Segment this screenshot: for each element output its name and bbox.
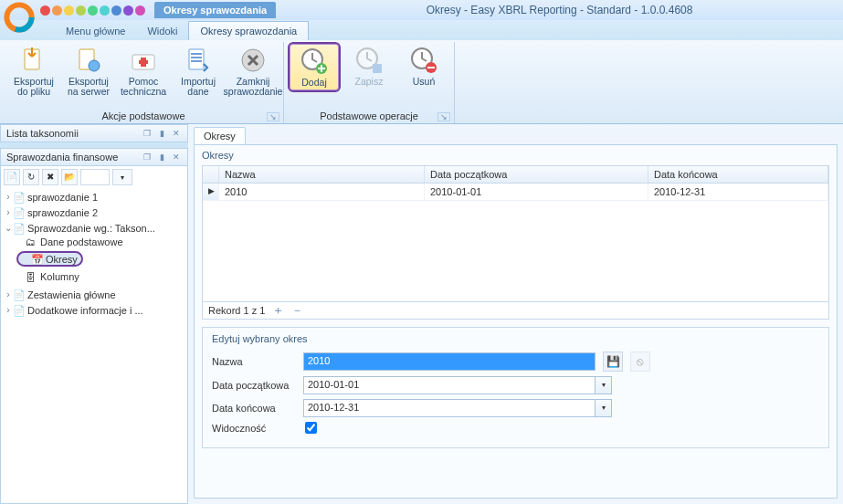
expander-icon[interactable]: › xyxy=(4,207,13,217)
group-ops-launcher[interactable]: ↘ xyxy=(437,112,450,121)
cell-start[interactable]: 2010-01-01 xyxy=(425,184,648,200)
expander-icon[interactable]: › xyxy=(4,305,13,315)
expander-icon[interactable]: › xyxy=(4,289,13,299)
record-status: Rekord 1 z 1 xyxy=(208,305,265,316)
document-tab-periods[interactable]: Okresy xyxy=(194,127,246,144)
reports-tree[interactable]: ›📄sprawozdanie 1 ›📄sprawozdanie 2 ⌄📄Spra… xyxy=(4,189,184,318)
date-dropdown-icon[interactable]: ▾ xyxy=(595,399,612,417)
tree-delete-icon[interactable]: ✖ xyxy=(42,169,58,185)
window-title: Okresy - Easy XBRL Reporting - Standard … xyxy=(276,4,843,16)
ribbon-group-core: Eksportuj do pliku Eksportuj na serwer P… xyxy=(4,42,284,123)
delete-label: Usuń xyxy=(413,77,436,87)
checkbox-visibility[interactable] xyxy=(305,422,317,434)
cell-name[interactable]: 2010 xyxy=(219,184,425,200)
tree-item[interactable]: Sprawozdanie wg.: Takson... xyxy=(27,223,155,234)
export-file-button[interactable]: Eksportuj do pliku xyxy=(7,42,60,100)
close-report-icon xyxy=(238,46,268,75)
tab-period-report[interactable]: Okresy sprawozdania xyxy=(188,21,309,40)
tree-toolbar: 📄 ↻ ✖ 📂 ▾ xyxy=(4,169,184,185)
tree-new-icon[interactable]: 📄 xyxy=(4,169,20,185)
add-label: Dodaj xyxy=(301,78,326,88)
cell-end[interactable]: 2010-12-31 xyxy=(648,184,828,200)
svg-rect-19 xyxy=(427,67,435,68)
tree-item[interactable]: Zestawienia główne xyxy=(27,289,116,300)
app-logo[interactable] xyxy=(4,2,35,33)
tree-refresh-icon[interactable]: ↻ xyxy=(23,169,39,185)
save-icon[interactable]: 💾 xyxy=(603,352,623,372)
panel-window-icon[interactable]: ❐ xyxy=(142,128,153,139)
expander-icon[interactable]: ⌄ xyxy=(4,223,13,233)
doc-icon: 📄 xyxy=(13,223,26,234)
grid-row[interactable]: ▶ 2010 2010-01-01 2010-12-31 xyxy=(203,184,828,201)
calendar-icon: 📅 xyxy=(31,254,44,265)
export-server-label: Eksportuj na serwer xyxy=(68,77,110,97)
doc-icon: 📄 xyxy=(13,289,26,300)
svg-rect-7 xyxy=(139,60,148,64)
export-server-button[interactable]: Eksportuj na serwer xyxy=(62,42,115,100)
tree-filter-input[interactable] xyxy=(80,169,110,185)
group-core-label: Akcje podstawowe xyxy=(101,110,184,121)
row-header-blank xyxy=(203,166,219,183)
input-name[interactable]: 2010 xyxy=(303,352,595,371)
tree-item[interactable]: sprawozdanie 2 xyxy=(27,207,98,218)
tab-main-menu[interactable]: Menu główne xyxy=(55,22,136,40)
doc-icon: 📄 xyxy=(13,305,26,316)
tree-view-combo[interactable]: ▾ xyxy=(112,169,132,185)
main-area: Lista taksonomii ❐ ▮ ✕ Sprawozdania fina… xyxy=(0,124,843,504)
revert-icon[interactable]: ⦸ xyxy=(630,352,650,372)
tree-item[interactable]: Dodatkowe informacje i ... xyxy=(27,305,143,316)
delete-button[interactable]: Usuń xyxy=(397,42,450,90)
taxonomy-panel-title: Lista taksonomii xyxy=(6,128,79,139)
col-end[interactable]: Data końcowa xyxy=(648,166,828,183)
panel-window-icon[interactable]: ❐ xyxy=(142,152,153,163)
grid-section-title: Okresy xyxy=(195,145,837,165)
col-name[interactable]: Nazwa xyxy=(219,166,425,183)
panel-close-icon[interactable]: ✕ xyxy=(171,152,182,163)
export-server-icon xyxy=(74,46,103,75)
col-start[interactable]: Data początkowa xyxy=(425,166,648,183)
ribbon-group-ops: Dodaj Zapisz Usuń Podstawowe operacje↘ xyxy=(284,42,455,123)
quick-access-toolbar[interactable] xyxy=(40,5,145,16)
group-ops-label: Podstawowe operacje xyxy=(320,110,418,121)
grid-remove-row-button[interactable]: － xyxy=(291,306,303,315)
expander-icon[interactable]: › xyxy=(4,192,13,202)
panel-close-icon[interactable]: ✕ xyxy=(171,128,182,139)
ribbon: Eksportuj do pliku Eksportuj na serwer P… xyxy=(0,40,843,124)
svg-point-4 xyxy=(89,60,100,71)
grid-add-row-button[interactable]: ＋ xyxy=(272,306,284,315)
tree-item[interactable]: sprawozdanie 1 xyxy=(27,192,98,203)
tree-item-periods[interactable]: Okresy xyxy=(46,254,78,265)
tree-item[interactable]: Dane podstawowe xyxy=(40,236,123,247)
label-start: Data początkowa xyxy=(212,380,303,391)
import-data-button[interactable]: Importuj dane xyxy=(172,42,225,100)
left-column: Lista taksonomii ❐ ▮ ✕ Sprawozdania fina… xyxy=(0,124,188,504)
input-start-date[interactable]: 2010-01-01 xyxy=(303,376,595,394)
clock-save-icon xyxy=(354,46,384,75)
input-end-date[interactable]: 2010-12-31 xyxy=(303,399,595,417)
close-report-button[interactable]: Zamknij sprawozdanie xyxy=(227,42,279,100)
panel-pin-icon[interactable]: ▮ xyxy=(156,152,167,163)
tree-open-icon[interactable]: 📂 xyxy=(61,169,78,185)
clock-add-icon xyxy=(300,47,329,76)
tech-support-label: Pomoc techniczna xyxy=(121,77,166,97)
tree-item[interactable]: Kolumny xyxy=(40,272,79,283)
ribbon-tab-strip: Menu główne Widoki Okresy sprawozdania xyxy=(0,20,843,40)
grid-empty-space xyxy=(203,201,828,301)
add-button[interactable]: Dodaj xyxy=(288,42,341,92)
columns-icon: 🗄 xyxy=(26,272,38,283)
document-tab-strip: Okresy xyxy=(188,124,843,144)
import-icon xyxy=(184,46,213,75)
export-file-icon xyxy=(19,46,48,75)
reports-panel-header: Sprawozdania finansowe ❐ ▮ ✕ xyxy=(0,148,188,166)
close-report-label: Zamknij sprawozdanie xyxy=(224,77,283,97)
panel-pin-icon[interactable]: ▮ xyxy=(156,128,167,139)
tech-support-button[interactable]: Pomoc techniczna xyxy=(117,42,170,100)
grid-header: Nazwa Data początkowa Data końcowa xyxy=(203,166,828,184)
tab-views[interactable]: Widoki xyxy=(136,22,188,40)
date-dropdown-icon[interactable]: ▾ xyxy=(595,376,612,394)
doc-icon: 📄 xyxy=(13,192,26,203)
group-core-launcher[interactable]: ↘ xyxy=(267,112,279,121)
periods-grid[interactable]: Nazwa Data początkowa Data końcowa ▶ 201… xyxy=(202,165,829,320)
medkit-icon xyxy=(129,46,158,75)
taxonomy-panel-header: Lista taksonomii ❐ ▮ ✕ xyxy=(0,124,188,142)
